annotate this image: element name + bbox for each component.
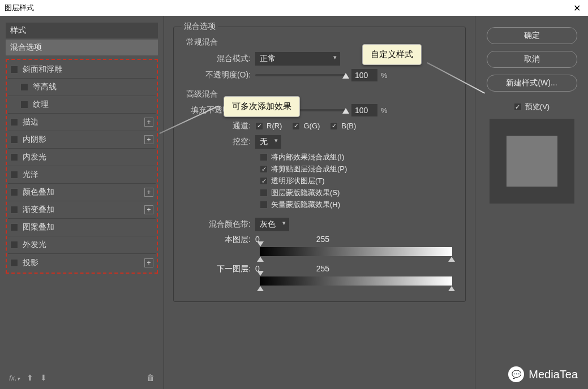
add-instance-icon[interactable]: + — [144, 118, 153, 127]
blend-if-select[interactable]: 灰色 — [255, 218, 289, 231]
blending-options-item[interactable]: 混合选项 — [6, 40, 158, 55]
adv-check-label: 将剪贴图层混合成组(P) — [271, 164, 347, 174]
effect-checkbox[interactable] — [10, 241, 18, 249]
effect-row[interactable]: 等高线 — [8, 79, 156, 96]
effect-row[interactable]: 纹理 — [8, 96, 156, 114]
blend-mode-select[interactable]: 正常 — [255, 52, 340, 66]
effect-label: 纹理 — [33, 100, 153, 110]
dialog-body: 样式 混合选项 斜面和浮雕等高线纹理描边+内阴影+内发光光泽颜色叠加+渐变叠加+… — [0, 16, 588, 389]
add-instance-icon[interactable]: + — [144, 188, 153, 197]
callout-custom-style: 自定义样式 — [362, 44, 422, 65]
effect-checkbox[interactable] — [10, 188, 18, 196]
effect-row[interactable]: 内发光 — [8, 149, 156, 166]
effect-label: 内发光 — [23, 152, 153, 162]
adv-check-label: 矢量蒙版隐藏效果(H) — [271, 200, 340, 210]
effect-checkbox[interactable] — [10, 223, 18, 231]
adv-checkbox[interactable] — [260, 189, 268, 197]
knockout-label: 挖空: — [182, 137, 255, 147]
effect-label: 内阴影 — [23, 135, 144, 145]
this-layer-label: 本图层: — [182, 235, 255, 245]
channel-b-checkbox[interactable] — [330, 122, 338, 130]
effect-label: 描边 — [23, 117, 144, 127]
title-bar: 图层样式 ✕ — [0, 0, 588, 16]
section-title: 混合选项 — [182, 21, 218, 32]
new-style-button[interactable]: 新建样式(W)... — [487, 75, 577, 92]
effect-row[interactable]: 图案叠加 — [8, 219, 156, 236]
effect-checkbox[interactable] — [10, 171, 18, 179]
adv-check-label: 透明形状图层(T) — [271, 176, 325, 186]
effect-label: 图案叠加 — [23, 222, 153, 232]
adv-check-label: 图层蒙版隐藏效果(S) — [271, 188, 340, 198]
effect-label: 外发光 — [23, 240, 153, 250]
wechat-icon: 💬 — [508, 366, 524, 382]
effect-row[interactable]: 渐变叠加+ — [8, 201, 156, 219]
opacity-slider[interactable] — [255, 74, 346, 76]
adv-checkbox[interactable] — [260, 165, 268, 173]
fill-opacity-input[interactable]: 100 — [351, 104, 377, 116]
effect-checkbox[interactable] — [10, 118, 18, 126]
effect-label: 渐变叠加 — [23, 205, 144, 215]
effect-checkbox[interactable] — [10, 136, 18, 144]
styles-panel: 样式 混合选项 斜面和浮雕等高线纹理描边+内阴影+内发光光泽颜色叠加+渐变叠加+… — [0, 16, 164, 389]
effect-label: 斜面和浮雕 — [23, 64, 153, 75]
styles-header[interactable]: 样式 — [6, 23, 158, 38]
adv-checkbox[interactable] — [260, 201, 268, 209]
effect-label: 投影 — [23, 258, 144, 268]
effects-list: 斜面和浮雕等高线纹理描边+内阴影+内发光光泽颜色叠加+渐变叠加+图案叠加外发光投… — [6, 59, 158, 274]
effect-row[interactable]: 外发光 — [8, 236, 156, 254]
add-instance-icon[interactable]: + — [144, 135, 153, 144]
blend-mode-label: 混合模式: — [182, 54, 255, 64]
effect-row[interactable]: 内阴影+ — [8, 131, 156, 149]
effect-row[interactable]: 颜色叠加+ — [8, 184, 156, 201]
effect-row[interactable]: 投影+ — [8, 254, 156, 271]
fx-menu[interactable]: fx.▾ — [9, 374, 20, 382]
this-layer-gradient[interactable] — [260, 247, 452, 256]
channels-label: 通道: — [182, 121, 255, 131]
channel-g-checkbox[interactable] — [292, 122, 300, 130]
adv-check-label: 将内部效果混合成组(I) — [271, 152, 344, 162]
options-panel: 混合选项 常规混合 混合模式: 正常 不透明度(O): 100 % 高级混合 填… — [164, 16, 475, 389]
ok-button[interactable]: 确定 — [487, 27, 577, 44]
preview-label: 预览(V) — [525, 102, 550, 112]
cancel-button[interactable]: 取消 — [487, 51, 577, 68]
adv-checkbox[interactable] — [260, 177, 268, 185]
effect-checkbox[interactable] — [10, 259, 18, 267]
preview-swatch — [490, 119, 574, 204]
adv-checkbox[interactable] — [260, 153, 268, 161]
underlying-layer-label: 下一图层: — [182, 264, 255, 274]
move-up-icon[interactable]: ⬆ — [27, 373, 33, 382]
styles-footer: fx.▾ ⬆ ⬇ 🗑 — [6, 371, 158, 384]
blend-if-label: 混合颜色带: — [182, 219, 255, 230]
effect-row[interactable]: 斜面和浮雕 — [8, 61, 156, 79]
action-panel: 确定 取消 新建样式(W)... 预览(V) — [475, 16, 588, 389]
move-down-icon[interactable]: ⬇ — [40, 373, 47, 382]
opacity-input[interactable]: 100 — [351, 69, 377, 81]
percent-label: % — [381, 71, 388, 80]
effect-checkbox[interactable] — [10, 66, 18, 74]
close-icon[interactable]: ✕ — [565, 0, 588, 16]
effect-checkbox[interactable] — [10, 153, 18, 161]
trash-icon[interactable]: 🗑 — [147, 373, 154, 382]
opacity-label: 不透明度(O): — [182, 70, 255, 80]
add-instance-icon[interactable]: + — [144, 205, 153, 214]
effect-label: 光泽 — [23, 170, 153, 180]
effect-checkbox[interactable] — [20, 101, 28, 109]
watermark: 💬 MediaTea — [508, 366, 578, 382]
channel-r-checkbox[interactable] — [255, 122, 263, 130]
underlying-layer-gradient[interactable] — [260, 276, 452, 286]
add-instance-icon[interactable]: + — [144, 258, 153, 267]
effect-row[interactable]: 描边+ — [8, 114, 156, 131]
effect-checkbox[interactable] — [20, 83, 28, 91]
knockout-select[interactable]: 无 — [255, 135, 281, 149]
callout-multi-add: 可多次添加效果 — [224, 96, 300, 117]
blending-options-group: 混合选项 常规混合 混合模式: 正常 不透明度(O): 100 % 高级混合 填… — [173, 21, 466, 302]
effect-label: 等高线 — [33, 82, 153, 92]
effect-checkbox[interactable] — [10, 206, 18, 214]
window-title: 图层样式 — [5, 3, 34, 13]
preview-checkbox[interactable] — [514, 103, 522, 111]
effect-row[interactable]: 光泽 — [8, 166, 156, 184]
effect-label: 颜色叠加 — [23, 187, 144, 197]
